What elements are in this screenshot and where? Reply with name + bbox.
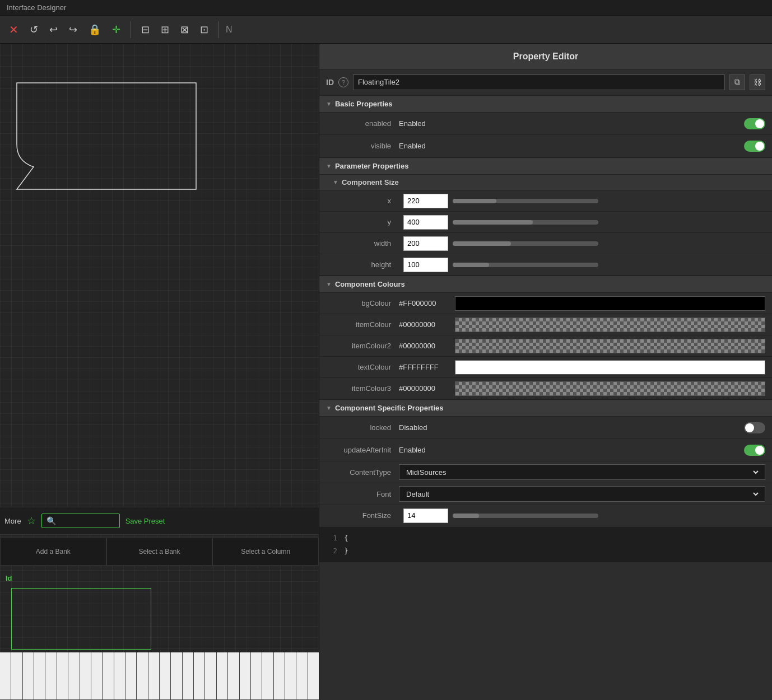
- prop-height-input[interactable]: [403, 258, 448, 272]
- prop-enabled-label: enabled: [326, 119, 399, 128]
- prop-visible-value: Enabled: [399, 142, 744, 150]
- align-right-button[interactable]: ⊠: [177, 21, 192, 38]
- move-button[interactable]: ✛: [109, 21, 124, 38]
- prop-contenttype-dropdown[interactable]: MidiSources MidiTargets AudioSources: [399, 464, 765, 480]
- prop-x-slider-fill: [453, 199, 496, 203]
- prop-width-slider[interactable]: [453, 241, 598, 246]
- prop-x-slider[interactable]: [453, 199, 598, 203]
- id-label: ID: [326, 78, 334, 87]
- canvas-grid: More ☆ 🔍 Save Preset Add a Bank Select a…: [0, 44, 319, 700]
- white-key[interactable]: [148, 652, 159, 700]
- section-param-label: Parameter Properties: [335, 162, 409, 170]
- select-column-button[interactable]: Select a Column: [212, 538, 319, 566]
- close-button[interactable]: ✕: [6, 21, 22, 39]
- prop-enabled-toggle[interactable]: [744, 118, 765, 129]
- prop-fontsize-label: FontSize: [326, 511, 399, 520]
- white-key[interactable]: [102, 652, 113, 700]
- white-key[interactable]: [11, 652, 22, 700]
- prop-itemcolor-row: itemColour #00000000: [319, 314, 772, 335]
- prop-fontsize-input[interactable]: [403, 508, 448, 523]
- white-key[interactable]: [193, 652, 204, 700]
- white-key[interactable]: [239, 652, 250, 700]
- more-label[interactable]: More: [4, 517, 21, 525]
- piano-keyboard[interactable]: [0, 652, 319, 700]
- align-left-button[interactable]: ⊟: [138, 21, 153, 38]
- star-icon[interactable]: ☆: [27, 515, 36, 527]
- white-key[interactable]: [170, 652, 182, 700]
- white-key[interactable]: [273, 652, 285, 700]
- prop-width-input[interactable]: [403, 236, 448, 251]
- white-key[interactable]: [125, 652, 136, 700]
- white-key[interactable]: [182, 652, 193, 700]
- section-arrow-basic: ▼: [326, 101, 332, 107]
- section-parameter-properties[interactable]: ▼ Parameter Properties: [319, 157, 772, 175]
- section-basic-properties[interactable]: ▼ Basic Properties: [319, 95, 772, 113]
- prop-itemcolor-swatch[interactable]: [455, 318, 765, 332]
- redo-button[interactable]: ↪: [66, 21, 81, 38]
- id-row: ID ? ⧉ ⛓: [319, 69, 772, 95]
- add-bank-button[interactable]: Add a Bank: [0, 538, 106, 566]
- id-help-button[interactable]: ?: [338, 77, 348, 87]
- white-key[interactable]: [57, 652, 68, 700]
- prop-y-slider[interactable]: [453, 220, 598, 225]
- save-preset-button[interactable]: Save Preset: [125, 517, 165, 525]
- canvas-component[interactable]: [11, 77, 286, 352]
- prop-fontsize-slider[interactable]: [453, 514, 598, 518]
- lock-button[interactable]: 🔒: [85, 21, 104, 38]
- white-key[interactable]: [285, 652, 296, 700]
- code-line-1: 1 {: [326, 531, 765, 544]
- prop-y-input[interactable]: [403, 215, 448, 230]
- prop-enabled-row: enabled Enabled: [319, 113, 772, 135]
- select-bank-button[interactable]: Select a Bank: [106, 538, 213, 566]
- prop-locked-toggle[interactable]: [744, 422, 765, 433]
- white-key[interactable]: [0, 652, 11, 700]
- refresh-button[interactable]: ↺: [26, 21, 41, 38]
- id-copy-button[interactable]: ⧉: [729, 74, 745, 90]
- white-key[interactable]: [308, 652, 319, 700]
- section-component-colours[interactable]: ▼ Component Colours: [319, 276, 772, 293]
- main-layout: More ☆ 🔍 Save Preset Add a Bank Select a…: [0, 44, 772, 700]
- id-input[interactable]: [353, 74, 725, 90]
- section-arrow-size: ▼: [333, 179, 338, 185]
- prop-itemcolor3-hex: #00000000: [399, 384, 455, 393]
- id-link-button[interactable]: ⛓: [750, 74, 765, 90]
- align-center-button[interactable]: ⊞: [157, 21, 173, 38]
- white-key[interactable]: [216, 652, 227, 700]
- prop-contenttype-select[interactable]: MidiSources MidiTargets AudioSources: [404, 468, 760, 477]
- section-colours-label: Component Colours: [335, 280, 405, 288]
- prop-font-select[interactable]: Default Arial Verdana: [404, 489, 760, 499]
- white-key[interactable]: [91, 652, 102, 700]
- prop-updateafterinit-toggle[interactable]: [744, 445, 765, 456]
- white-key[interactable]: [80, 652, 91, 700]
- white-key[interactable]: [114, 652, 125, 700]
- prop-height-slider[interactable]: [453, 263, 598, 267]
- prop-itemcolor2-swatch[interactable]: [455, 339, 765, 353]
- white-key[interactable]: [159, 652, 170, 700]
- prop-x-input[interactable]: [403, 194, 448, 208]
- white-key[interactable]: [296, 652, 307, 700]
- white-key[interactable]: [22, 652, 34, 700]
- white-key[interactable]: [262, 652, 273, 700]
- white-key[interactable]: [204, 652, 216, 700]
- prop-font-dropdown[interactable]: Default Arial Verdana: [399, 486, 765, 502]
- prop-bgcolor-swatch[interactable]: [455, 296, 765, 311]
- white-key[interactable]: [45, 652, 56, 700]
- subsection-component-size[interactable]: ▼ Component Size: [319, 175, 772, 190]
- preset-search-container[interactable]: 🔍: [41, 514, 120, 528]
- white-key[interactable]: [68, 652, 79, 700]
- section-specific-properties[interactable]: ▼ Component Specific Properties: [319, 399, 772, 417]
- prop-visible-toggle[interactable]: [744, 141, 765, 152]
- undo-button[interactable]: ↩: [46, 21, 61, 38]
- canvas-panel[interactable]: More ☆ 🔍 Save Preset Add a Bank Select a…: [0, 44, 319, 700]
- prop-itemcolor3-swatch[interactable]: [455, 381, 765, 396]
- white-key[interactable]: [34, 652, 45, 700]
- align-distribute-button[interactable]: ⊡: [197, 21, 212, 38]
- search-input[interactable]: [58, 517, 114, 525]
- property-editor-header: Property Editor: [319, 44, 772, 69]
- white-key[interactable]: [250, 652, 262, 700]
- code-editor[interactable]: 1 { 2 }: [319, 526, 772, 562]
- white-key[interactable]: [227, 652, 239, 700]
- prop-textcolor-label: textColour: [326, 363, 399, 371]
- prop-textcolor-swatch[interactable]: [455, 360, 765, 375]
- white-key[interactable]: [136, 652, 147, 700]
